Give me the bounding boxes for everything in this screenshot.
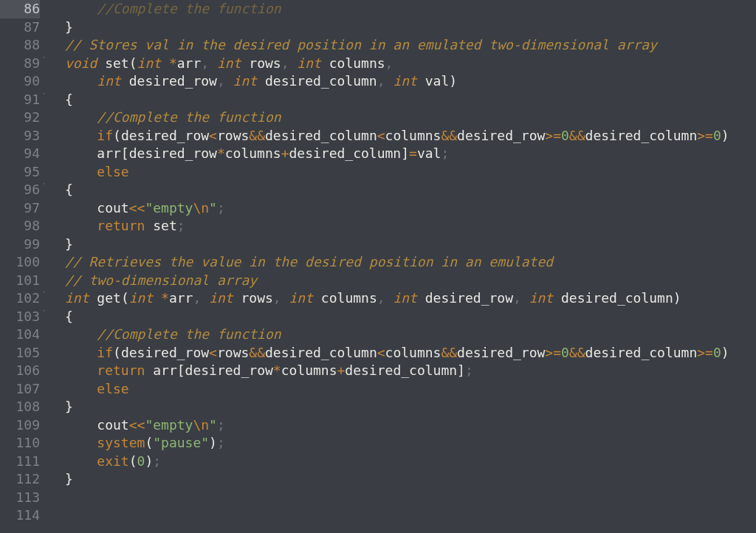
token: int <box>297 55 321 71</box>
token: 0 <box>137 453 145 469</box>
token <box>65 381 97 396</box>
code-line[interactable]: else <box>65 380 756 399</box>
token: arr <box>177 55 202 71</box>
token <box>65 218 97 233</box>
token <box>153 290 161 306</box>
code-line[interactable]: return set; <box>65 217 756 235</box>
token: exit <box>97 453 128 469</box>
token: desired_row <box>457 128 545 143</box>
token <box>65 435 97 450</box>
code-line[interactable]: else <box>65 163 756 182</box>
token <box>65 73 97 89</box>
line-number: 94 <box>0 145 40 163</box>
token: << <box>129 200 145 216</box>
token: int <box>529 290 554 306</box>
token: desired_column <box>585 345 698 360</box>
code-line[interactable] <box>65 489 756 507</box>
token: desired_column <box>289 145 401 161</box>
token: desired_column <box>553 290 673 306</box>
code-line[interactable]: } <box>65 398 756 416</box>
token: set <box>97 55 128 71</box>
line-number: 104 <box>0 326 40 344</box>
code-line[interactable]: if(desired_row<rows&&desired_column<colu… <box>65 127 756 145</box>
token: desired_row <box>457 345 545 360</box>
token: int <box>393 73 417 89</box>
code-area[interactable]: //Complete the function}// Stores val in… <box>44 0 756 533</box>
token: [ <box>177 362 185 378</box>
code-line[interactable]: return arr[desired_row*columns+desired_c… <box>65 362 756 380</box>
code-line[interactable]: // Stores val in the desired position in… <box>65 36 756 55</box>
token: 0 <box>713 345 721 360</box>
token: rows <box>217 128 249 143</box>
token: ; <box>177 218 185 233</box>
token: columns <box>225 145 281 161</box>
code-line[interactable]: //Complete the function <box>65 0 756 18</box>
token: * <box>161 290 169 306</box>
line-number: 114 <box>0 506 40 525</box>
line-number: 92 <box>0 109 40 127</box>
token: ( <box>121 290 129 306</box>
token: rows <box>233 290 273 306</box>
token: "pause" <box>153 435 209 450</box>
line-number: 110 <box>0 434 40 453</box>
line-number: 88 <box>0 36 40 55</box>
token <box>65 326 97 342</box>
token: << <box>129 417 145 433</box>
line-number-gutter[interactable]: 8687888990919293949596979899100101102103… <box>0 0 44 533</box>
code-line[interactable]: exit(0); <box>65 453 756 471</box>
token: ( <box>129 55 137 71</box>
token: columns <box>281 362 337 378</box>
token: 0 <box>713 128 721 143</box>
token: desired_row <box>121 73 217 89</box>
line-number: 96 <box>0 181 40 199</box>
token: desired_column <box>585 128 698 143</box>
token: " <box>209 417 217 433</box>
token: int <box>393 290 417 306</box>
code-line[interactable]: } <box>65 235 756 254</box>
code-editor[interactable]: 8687888990919293949596979899100101102103… <box>0 0 756 533</box>
code-line[interactable]: if(desired_row<rows&&desired_column<colu… <box>65 344 756 362</box>
token: if <box>97 128 113 143</box>
code-line[interactable] <box>65 506 756 525</box>
code-line[interactable]: cout<<"empty\n"; <box>65 199 756 218</box>
token: desired_row <box>417 290 513 306</box>
token: desired_column <box>265 345 377 360</box>
code-line[interactable]: cout<<"empty\n"; <box>65 416 756 435</box>
code-line[interactable]: //Complete the function <box>65 109 756 127</box>
code-line[interactable]: // Retrieves the value in the desired po… <box>65 253 756 272</box>
token: , <box>377 73 394 89</box>
token: return <box>97 362 145 378</box>
token: >= <box>545 128 561 143</box>
token: ; <box>217 435 225 450</box>
token: ) <box>721 128 729 143</box>
token: arr <box>169 290 193 306</box>
line-number: 93 <box>0 127 40 145</box>
code-line[interactable]: system("pause"); <box>65 434 756 453</box>
token <box>65 345 97 360</box>
line-number: 99 <box>0 235 40 254</box>
token: val <box>417 73 449 89</box>
code-line[interactable]: } <box>65 18 756 37</box>
token: int <box>289 290 314 306</box>
code-line[interactable]: int get(int *arr, int rows, int columns,… <box>65 289 756 308</box>
line-number: 97 <box>0 199 40 218</box>
code-line[interactable]: { <box>65 91 756 109</box>
token: ) <box>145 453 153 469</box>
code-line[interactable]: { <box>65 308 756 326</box>
token: if <box>97 345 113 360</box>
token: ) <box>721 345 729 360</box>
token <box>161 55 169 71</box>
code-line[interactable]: void set(int *arr, int rows, int columns… <box>65 55 756 73</box>
code-line[interactable]: //Complete the function <box>65 326 756 344</box>
code-line[interactable]: } <box>65 470 756 489</box>
code-line[interactable]: int desired_row, int desired_column, int… <box>65 72 756 91</box>
code-line[interactable]: // two-dimensional array <box>65 272 756 290</box>
token: desired_column <box>345 362 457 378</box>
token: ] <box>457 362 465 378</box>
token: desired_row <box>185 362 273 378</box>
code-line[interactable]: { <box>65 181 756 199</box>
line-number: 103 <box>0 308 40 326</box>
token: && <box>249 128 265 143</box>
code-line[interactable]: arr[desired_row*columns+desired_column]=… <box>65 145 756 163</box>
token: && <box>441 128 457 143</box>
